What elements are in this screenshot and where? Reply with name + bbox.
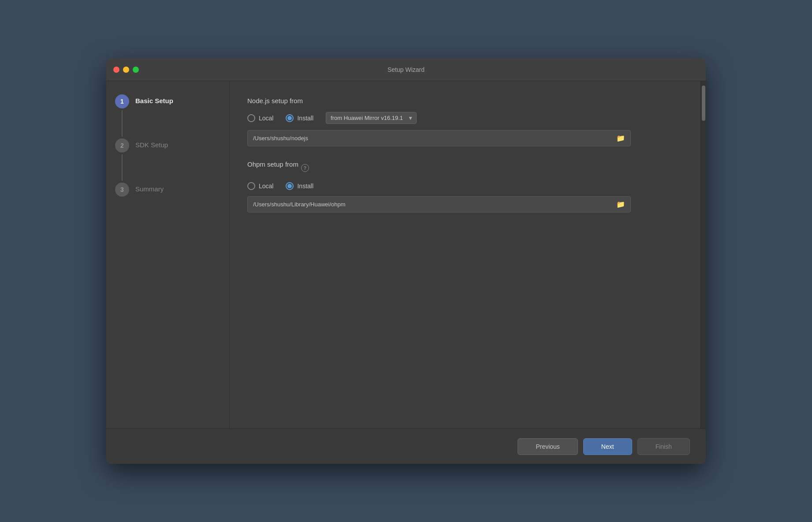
nodejs-setup-section: Node.js setup from Local Install from Hu… [247, 97, 683, 146]
footer: Previous Next Finish [106, 429, 706, 464]
nodejs-local-radio[interactable] [247, 114, 255, 122]
nodejs-path-wrapper: 📁 [247, 130, 631, 146]
ohpm-install-radio[interactable] [286, 182, 294, 190]
nodejs-install-radio[interactable] [286, 114, 294, 122]
ohpm-title-row: Ohpm setup from ? [247, 160, 683, 175]
ohpm-setup-section: Ohpm setup from ? Local Install 📁 [247, 160, 683, 213]
nodejs-dropdown-container: from Huawei Mirror v16.19.1 from npm reg… [326, 112, 417, 124]
nodejs-local-label: Local [259, 115, 273, 122]
traffic-lights [113, 67, 139, 73]
ohpm-path-wrapper: 📁 [247, 196, 631, 213]
scrollbar-thumb[interactable] [702, 86, 705, 121]
step-1-connector: 1 [115, 94, 129, 138]
next-button[interactable]: Next [583, 438, 632, 455]
scrollbar[interactable] [700, 81, 706, 429]
window-title: Setup Wizard [387, 66, 425, 73]
minimize-button[interactable] [123, 67, 129, 73]
close-button[interactable] [113, 67, 119, 73]
ohpm-install-label: Install [297, 183, 313, 190]
setup-wizard-window: Setup Wizard 1 Basic Setup 2 [106, 58, 706, 464]
step-3-item: 3 Summary [115, 183, 220, 197]
ohpm-path-input[interactable] [253, 201, 613, 208]
nodejs-mirror-dropdown[interactable]: from Huawei Mirror v16.19.1 from npm reg… [326, 112, 417, 124]
step-2-item: 2 SDK Setup [115, 138, 220, 183]
previous-button[interactable]: Previous [518, 438, 577, 455]
step-3-label: Summary [135, 183, 164, 193]
nodejs-section-title: Node.js setup from [247, 97, 303, 104]
step-1-line [122, 110, 123, 137]
ohpm-local-radio-item[interactable]: Local [247, 182, 273, 190]
step-2-line [122, 154, 123, 181]
step-1-item: 1 Basic Setup [115, 94, 220, 138]
content-area: Node.js setup from Local Install from Hu… [230, 81, 700, 429]
maximize-button[interactable] [133, 67, 139, 73]
ohpm-help-icon[interactable]: ? [301, 164, 309, 172]
ohpm-local-radio[interactable] [247, 182, 255, 190]
main-content: 1 Basic Setup 2 SDK Setup [106, 81, 706, 429]
ohpm-local-label: Local [259, 183, 273, 190]
step-2-badge: 2 [115, 138, 129, 153]
ohpm-folder-icon[interactable]: 📁 [616, 200, 625, 209]
nodejs-install-label: Install [297, 115, 313, 122]
titlebar: Setup Wizard [106, 58, 706, 81]
step-1-label: Basic Setup [135, 94, 173, 104]
nodejs-path-input[interactable] [253, 135, 613, 142]
ohpm-section-title: Ohpm setup from [247, 160, 298, 168]
finish-button[interactable]: Finish [637, 438, 690, 455]
nodejs-local-radio-item[interactable]: Local [247, 114, 273, 122]
ohpm-install-radio-item[interactable]: Install [286, 182, 313, 190]
ohpm-radio-group: Local Install [247, 182, 683, 190]
step-1-badge: 1 [115, 94, 129, 108]
nodejs-radio-group: Local Install from Huawei Mirror v16.19.… [247, 112, 683, 124]
sidebar: 1 Basic Setup 2 SDK Setup [106, 81, 230, 429]
step-3-connector: 3 [115, 183, 129, 197]
step-2-connector: 2 [115, 138, 129, 183]
nodejs-title-row: Node.js setup from [247, 97, 683, 105]
step-2-label: SDK Setup [135, 138, 168, 149]
nodejs-folder-icon[interactable]: 📁 [616, 134, 625, 142]
step-3-badge: 3 [115, 183, 129, 197]
nodejs-install-radio-item[interactable]: Install [286, 114, 313, 122]
